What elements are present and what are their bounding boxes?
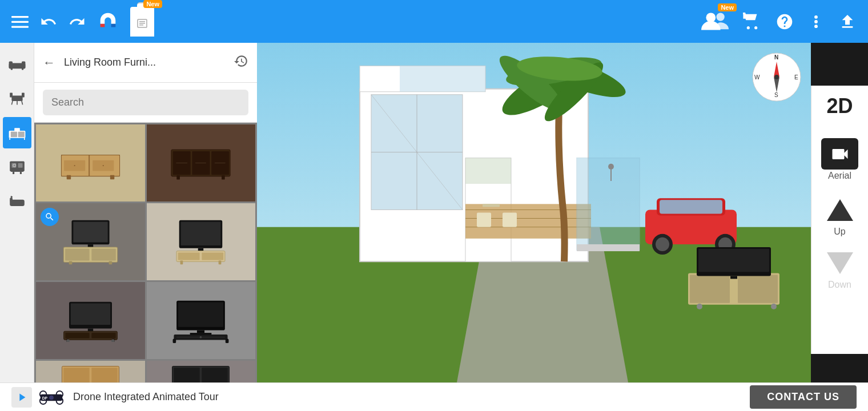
svg-rect-4 (111, 23, 116, 27)
back-button[interactable]: ← (43, 55, 55, 70)
3d-view[interactable]: N S W E (257, 43, 811, 382)
svg-rect-109 (400, 66, 485, 91)
svg-point-142 (697, 304, 702, 309)
svg-point-94 (200, 336, 202, 338)
grid-item-5[interactable] (36, 282, 145, 359)
svg-rect-111 (465, 158, 511, 184)
sidebar-item-tv-stand[interactable] (3, 117, 31, 148)
down-label: Down (828, 280, 851, 290)
svg-rect-67 (108, 261, 112, 265)
grid-item-3[interactable] (36, 203, 145, 280)
svg-rect-119 (577, 244, 640, 251)
svg-point-12 (814, 20, 818, 23)
svg-rect-59 (222, 175, 225, 180)
category-sidebar (0, 43, 34, 382)
svg-rect-65 (91, 249, 116, 261)
svg-rect-140 (698, 249, 769, 272)
svg-rect-93 (226, 339, 229, 343)
svg-rect-23 (10, 92, 13, 97)
svg-rect-120 (477, 213, 491, 227)
svg-point-151 (774, 75, 779, 79)
toolbar-left: New (11, 7, 701, 37)
sidebar-item-dining[interactable] (3, 83, 31, 114)
grid-item-4[interactable] (147, 203, 256, 280)
sidebar-item-sofa[interactable] (3, 49, 31, 80)
svg-rect-75 (219, 261, 222, 265)
grid-item-1[interactable] (36, 124, 145, 202)
svg-rect-77 (71, 304, 110, 325)
toolbar: New New (0, 0, 868, 43)
grid-item-8[interactable] (147, 361, 256, 382)
cart-button[interactable] (743, 13, 761, 31)
upload-button[interactable] (838, 13, 857, 31)
item-panel: ← Living Room Furni... (34, 43, 257, 382)
grid-item-7[interactable] (36, 361, 145, 382)
compass: N S W E (751, 51, 802, 103)
contact-us-button[interactable]: CONTACT US (750, 385, 857, 409)
svg-rect-6 (139, 21, 145, 22)
svg-rect-24 (22, 92, 25, 97)
redo-button[interactable] (69, 13, 86, 30)
svg-point-9 (706, 13, 716, 22)
grid-item-2[interactable] (147, 124, 256, 202)
svg-rect-122 (483, 204, 500, 207)
sidebar-item-bath[interactable] (3, 186, 31, 217)
svg-rect-137 (690, 275, 730, 303)
undo-button[interactable] (40, 13, 57, 30)
svg-text:E: E (794, 74, 798, 80)
users-button[interactable]: New (701, 10, 729, 33)
aerial-camera-button[interactable] (821, 138, 858, 170)
svg-rect-92 (173, 339, 176, 343)
new-feature-button[interactable]: New (130, 7, 154, 37)
panel-header: ← Living Room Furni... (34, 43, 257, 83)
svg-rect-19 (11, 95, 22, 101)
scene-illustration (257, 43, 811, 382)
svg-point-159 (49, 395, 54, 400)
ad-bar: DP Drone Integrated Animated Tour CONTAC… (0, 382, 868, 411)
view-2d-button[interactable]: 2D (823, 91, 855, 121)
magnet-icon[interactable] (97, 11, 119, 33)
grid-item-6[interactable] (147, 282, 256, 359)
svg-rect-8 (139, 25, 143, 26)
panel-title: Living Room Furni... (64, 57, 225, 68)
svg-rect-131 (660, 200, 722, 213)
menu-icon[interactable] (11, 13, 29, 30)
users-new-badge: New (718, 3, 737, 11)
main-content: ← Living Room Furni... (0, 43, 868, 382)
up-button[interactable] (821, 194, 858, 225)
svg-rect-61 (73, 222, 107, 243)
svg-rect-58 (177, 175, 180, 180)
left-panel: ← Living Room Furni... (0, 43, 257, 382)
svg-rect-0 (11, 16, 29, 18)
svg-rect-87 (178, 302, 223, 327)
svg-point-143 (771, 304, 777, 309)
svg-text:W: W (754, 74, 760, 80)
history-button[interactable] (234, 54, 248, 72)
svg-rect-66 (69, 261, 72, 265)
svg-rect-16 (22, 61, 25, 68)
toolbar-right: New (701, 10, 857, 33)
svg-rect-17 (10, 67, 12, 70)
svg-rect-72 (178, 252, 200, 260)
search-input[interactable] (43, 90, 248, 115)
svg-rect-69 (181, 222, 221, 246)
svg-rect-74 (180, 261, 183, 265)
help-button[interactable] (775, 13, 794, 31)
svg-rect-97 (91, 368, 117, 382)
svg-text:N: N (774, 54, 778, 61)
svg-point-10 (716, 13, 724, 21)
svg-text:DP: DP (42, 396, 48, 400)
svg-marker-153 (827, 252, 853, 274)
down-button[interactable] (821, 247, 858, 279)
search-bar (34, 83, 257, 123)
more-button[interactable] (808, 14, 824, 30)
svg-rect-26 (10, 131, 17, 137)
svg-rect-88 (197, 330, 204, 333)
sidebar-item-kitchen[interactable] (3, 151, 31, 183)
svg-line-21 (22, 101, 23, 104)
svg-rect-121 (503, 213, 517, 227)
svg-rect-1 (11, 21, 29, 22)
ad-logo: DP (38, 387, 65, 408)
aerial-label: Aerial (828, 171, 851, 181)
svg-line-20 (11, 101, 13, 104)
